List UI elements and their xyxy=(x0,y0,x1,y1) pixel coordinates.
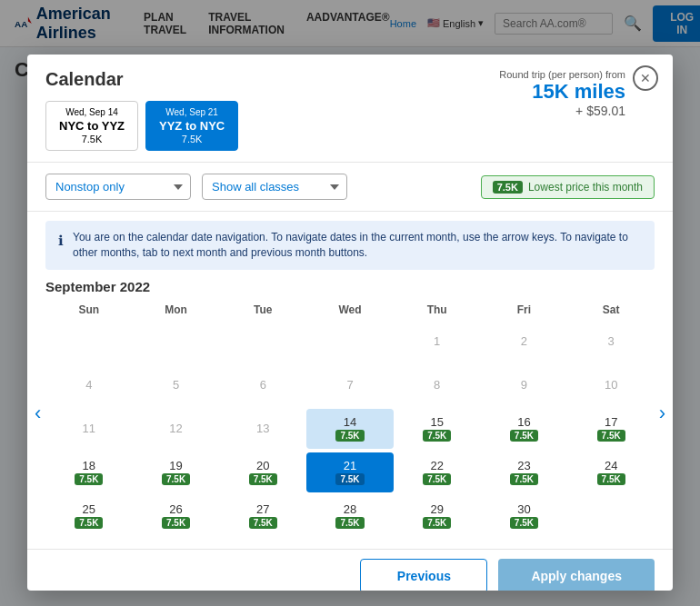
cal-cell-0-0 xyxy=(45,322,133,362)
cal-cell-2-4[interactable]: 157.5K xyxy=(394,409,481,449)
cal-cell-3-4[interactable]: 227.5K xyxy=(394,452,481,492)
date-number: 26 xyxy=(169,503,182,515)
price-cash: + $59.01 xyxy=(499,104,625,118)
calendar-grid: Sun Mon Tue Wed Thu Fri Sat 123456789101… xyxy=(45,303,655,536)
trip-tab-outbound[interactable]: Wed, Sep 14 NYC to YYZ 7.5K xyxy=(45,101,138,151)
cal-cell-0-2 xyxy=(219,322,306,362)
cal-cell-4-5[interactable]: 307.5K xyxy=(481,496,568,536)
date-number: 5 xyxy=(173,379,179,391)
date-price: 7.5K xyxy=(75,473,103,485)
prev-month-button[interactable]: ‹ xyxy=(35,402,41,425)
modal-footer: Previous Apply changes xyxy=(27,549,673,591)
day-wed: Wed xyxy=(306,303,394,316)
cal-week-4: 257.5K267.5K277.5K287.5K297.5K307.5K xyxy=(45,496,655,536)
cal-cell-0-3 xyxy=(306,322,394,362)
date-price: 7.5K xyxy=(335,517,364,529)
cal-cell-3-0[interactable]: 187.5K xyxy=(45,452,133,492)
date-number: 28 xyxy=(344,503,356,515)
date-number: 10 xyxy=(605,379,617,391)
date-price: 7.5K xyxy=(162,517,190,529)
cal-cell-2-5[interactable]: 167.5K xyxy=(481,409,568,449)
cal-cell-2-1[interactable]: 12 xyxy=(133,409,220,449)
cal-cell-0-4[interactable]: 1 xyxy=(394,322,481,362)
lowest-price-badge: 7.5K Lowest price this month xyxy=(481,175,655,199)
cal-cell-1-5[interactable]: 9 xyxy=(481,365,568,405)
cal-cell-2-6[interactable]: 177.5K xyxy=(567,409,655,449)
filters-row: Nonstop only 1 stop Any number of stops … xyxy=(27,163,673,212)
cal-cell-1-4[interactable]: 8 xyxy=(394,365,481,405)
trip-tab-return[interactable]: Wed, Sep 21 YYZ to NYC 7.5K xyxy=(145,101,238,151)
tab-outbound-route: NYC to YYZ xyxy=(59,119,125,133)
cal-cell-0-5[interactable]: 2 xyxy=(481,322,568,362)
cal-cell-2-3[interactable]: 147.5K xyxy=(306,409,394,449)
date-number: 29 xyxy=(430,503,443,515)
cal-cell-3-2[interactable]: 207.5K xyxy=(219,452,306,492)
date-number: 15 xyxy=(430,416,443,428)
cal-cell-1-1[interactable]: 5 xyxy=(133,365,220,405)
price-miles: 15K miles xyxy=(499,80,625,104)
date-number: 2 xyxy=(521,335,527,347)
cal-week-3: 187.5K197.5K207.5K217.5K227.5K237.5K247.… xyxy=(45,452,655,492)
date-price: 7.5K xyxy=(423,517,451,529)
tab-outbound-price: 7.5K xyxy=(59,134,125,144)
cal-cell-4-1[interactable]: 267.5K xyxy=(133,496,220,536)
date-number: 1 xyxy=(434,335,440,347)
cal-cell-3-3[interactable]: 217.5K xyxy=(306,452,394,492)
day-sun: Sun xyxy=(45,303,133,316)
close-button[interactable]: ✕ xyxy=(633,65,658,91)
cal-week-0: 123 xyxy=(45,322,655,362)
date-number: 20 xyxy=(256,460,269,472)
date-price: 7.5K xyxy=(335,430,364,442)
cal-cell-4-4[interactable]: 297.5K xyxy=(394,496,481,536)
date-price: 7.5K xyxy=(249,517,277,529)
info-text: You are on the calendar date navigation.… xyxy=(73,230,642,261)
day-thu: Thu xyxy=(394,303,481,316)
tab-return-route: YYZ to NYC xyxy=(159,119,225,133)
date-number: 21 xyxy=(344,460,356,472)
calendar-body: 12345678910111213147.5K157.5K167.5K177.5… xyxy=(45,322,655,536)
calendar-header-row: Sun Mon Tue Wed Thu Fri Sat xyxy=(45,303,655,316)
cal-cell-4-0[interactable]: 257.5K xyxy=(45,496,133,536)
class-filter[interactable]: Show all classes Economy Business First xyxy=(202,174,347,200)
cal-week-2: 111213147.5K157.5K167.5K177.5K xyxy=(45,409,655,449)
date-price: 7.5K xyxy=(249,473,277,485)
cal-week-1: 45678910 xyxy=(45,365,655,405)
cal-cell-3-5[interactable]: 237.5K xyxy=(481,452,568,492)
date-number: 30 xyxy=(517,503,530,515)
modal-header: Calendar ✕ Wed, Sep 14 NYC to YYZ 7.5K W… xyxy=(27,55,673,163)
date-number: 23 xyxy=(517,460,530,472)
date-number: 4 xyxy=(85,379,92,391)
date-number: 16 xyxy=(517,416,530,428)
day-tue: Tue xyxy=(219,303,306,316)
cal-cell-4-3[interactable]: 287.5K xyxy=(306,496,394,536)
price-summary: Round trip (per person) from 15K miles +… xyxy=(499,69,625,118)
day-sat: Sat xyxy=(567,303,655,316)
next-month-button[interactable]: › xyxy=(659,402,665,425)
date-number: 18 xyxy=(83,460,95,472)
cal-cell-1-2[interactable]: 6 xyxy=(219,365,306,405)
cal-cell-4-2[interactable]: 277.5K xyxy=(219,496,306,536)
cal-cell-1-3[interactable]: 7 xyxy=(306,365,394,405)
cal-cell-1-0[interactable]: 4 xyxy=(45,365,133,405)
cal-cell-0-1 xyxy=(133,322,220,362)
tab-outbound-date: Wed, Sep 14 xyxy=(59,107,125,117)
cal-cell-2-2[interactable]: 13 xyxy=(219,409,306,449)
cal-cell-0-6[interactable]: 3 xyxy=(567,322,655,362)
apply-button[interactable]: Apply changes xyxy=(498,559,655,591)
info-banner: ℹ You are on the calendar date navigatio… xyxy=(45,221,655,270)
cal-cell-3-6[interactable]: 247.5K xyxy=(567,452,655,492)
date-price: 7.5K xyxy=(597,473,625,485)
cal-cell-2-0[interactable]: 11 xyxy=(45,409,133,449)
date-number: 7 xyxy=(346,379,353,391)
stops-filter[interactable]: Nonstop only 1 stop Any number of stops xyxy=(45,174,191,200)
previous-button[interactable]: Previous xyxy=(360,559,487,591)
date-price: 7.5K xyxy=(423,473,451,485)
cal-cell-3-1[interactable]: 197.5K xyxy=(133,452,220,492)
date-price: 7.5K xyxy=(423,430,451,442)
date-price: 7.5K xyxy=(597,430,625,442)
date-number: 9 xyxy=(521,379,527,391)
cal-cell-1-6[interactable]: 10 xyxy=(567,365,655,405)
calendar-modal: Calendar ✕ Wed, Sep 14 NYC to YYZ 7.5K W… xyxy=(27,55,673,591)
date-number: 8 xyxy=(434,379,440,391)
calendar-wrapper: ‹ September 2022 Sun Mon Tue Wed Thu Fri… xyxy=(27,279,673,549)
